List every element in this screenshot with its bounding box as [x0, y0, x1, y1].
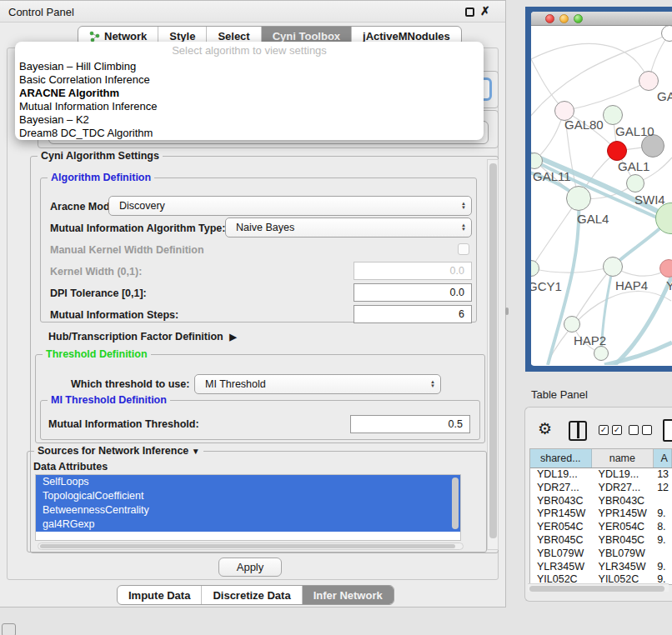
table-row[interactable]: YBR043CYBR043C: [530, 495, 672, 508]
minimized-panel-icon[interactable]: [2, 623, 16, 635]
node-gal10[interactable]: [603, 105, 623, 125]
dropdown-item-dream8[interactable]: Dream8 DC_TDC Algorithm: [15, 127, 484, 140]
cell: YPR145W: [530, 508, 592, 521]
node-pink-top[interactable]: [639, 71, 659, 91]
zoom-traffic-light[interactable]: [574, 14, 583, 23]
mi-steps-field[interactable]: 6: [354, 305, 472, 323]
list-item-gal4rgexp[interactable]: gal4RGexp: [36, 518, 460, 532]
data-attributes-label: Data Attributes: [33, 461, 108, 472]
which-threshold-value: MI Threshold: [205, 378, 266, 390]
node-hap4[interactable]: [603, 257, 623, 277]
dropdown-item-aracne[interactable]: ARACNE Algorithm: [15, 87, 484, 100]
network-view-inner: GAL GAL80 GAL10 GAL1 GAL11 SWI4 GAL4 GCY…: [531, 12, 672, 366]
list-item-selfloops[interactable]: SelfLoops: [36, 475, 460, 489]
data-attributes-list[interactable]: SelfLoops TopologicalCoefficient Between…: [35, 474, 461, 541]
network-icon: [89, 31, 100, 42]
node-unlabeled-bottom[interactable]: [594, 346, 609, 361]
settings-scrollbar-thumb[interactable]: [489, 163, 497, 538]
unchecked-checkboxes-icon[interactable]: [629, 425, 652, 435]
column-header-partial[interactable]: A: [654, 449, 672, 468]
network-canvas[interactable]: GAL GAL80 GAL10 GAL1 GAL11 SWI4 GAL4 GCY…: [531, 26, 672, 365]
cell: 13: [654, 468, 672, 482]
node-gal4[interactable]: [566, 186, 591, 211]
tab-label: Impute Data: [128, 589, 190, 602]
list-scrollbar-thumb[interactable]: [452, 478, 459, 529]
tab-label: Style: [169, 30, 195, 42]
group-title: Algorithm Definition: [48, 172, 154, 183]
list-item-topologicalcoefficient[interactable]: TopologicalCoefficient: [36, 489, 460, 503]
dropdown-item-basic-correlation[interactable]: Basic Correlation Inference: [15, 73, 484, 87]
table-row[interactable]: YPR145WYPR145W9.: [530, 508, 672, 521]
float-window-icon[interactable]: [465, 8, 474, 17]
minimize-traffic-light[interactable]: [559, 14, 569, 23]
dpi-tolerance-field[interactable]: 0.0: [354, 283, 472, 302]
node-label-swi4: SWI4: [634, 192, 665, 207]
apply-button[interactable]: Apply: [218, 558, 282, 577]
node-salmon[interactable]: [659, 259, 672, 278]
node-attribute-table[interactable]: shared... name A YDL19...YDL19...13 YDR2…: [529, 448, 672, 585]
cell: 8.: [654, 521, 672, 534]
node-label-gal-cut: GAL: [657, 89, 672, 103]
mi-type-value: Naive Bayes: [236, 222, 294, 233]
split-columns-icon[interactable]: [569, 421, 587, 441]
tab-label: Select: [218, 30, 249, 42]
column-header-shared[interactable]: shared...: [530, 449, 592, 468]
node-label-hap4: HAP4: [615, 278, 648, 292]
dropdown-item-mutual-information[interactable]: Mutual Information Inference: [15, 100, 484, 113]
group-title: Cyni Algorithm Settings: [38, 150, 163, 162]
list-item-betweennesscentrality[interactable]: BetweennessCentrality: [36, 503, 460, 518]
document-icon[interactable]: [663, 419, 672, 442]
column-header-name[interactable]: name: [592, 449, 654, 468]
list-horizontal-scrollbar[interactable]: [38, 542, 464, 550]
control-panel-window: Control Panel ✗ Network Style Select Cyn…: [0, 0, 506, 608]
mi-threshold-label: Mutual Information Threshold:: [48, 418, 199, 430]
checked-checkboxes-icon[interactable]: ✓ ✓: [599, 425, 622, 435]
table-row[interactable]: YBR045CYBR045C9.: [530, 534, 672, 548]
tab-discretize-data[interactable]: Discretize Data: [201, 586, 301, 604]
settings-scrollbar[interactable]: [487, 159, 499, 550]
table-row[interactable]: YBL079WYBL079W: [530, 548, 672, 561]
cell: YPR145W: [592, 508, 654, 521]
hub-definition-toggle[interactable]: Hub/Transcription Factor Definition ▶: [48, 331, 233, 342]
network-window-titlebar[interactable]: [531, 12, 672, 26]
gear-icon[interactable]: ⚙: [538, 419, 552, 438]
mi-threshold-field[interactable]: 0.5: [350, 415, 470, 433]
close-icon[interactable]: ✗: [480, 4, 490, 18]
table-horizontal-scrollbar-thumb[interactable]: [529, 586, 664, 592]
node-red-selected[interactable]: [607, 141, 627, 161]
table-panel-title: Table Panel: [531, 388, 588, 401]
panel-divider-grip[interactable]: [505, 308, 509, 315]
table-row[interactable]: YDL19...YDL19...13: [530, 468, 672, 482]
tab-infer-network[interactable]: Infer Network: [302, 586, 394, 604]
mi-type-label: Mutual Information Algorithm Type:: [50, 222, 225, 234]
manual-kernel-checkbox[interactable]: [458, 243, 469, 255]
tab-impute-data[interactable]: Impute Data: [118, 586, 201, 604]
cell: YDL19...: [530, 468, 592, 482]
tab-label: Network: [104, 30, 147, 42]
dropdown-prompt: Select algorithm to view settings: [15, 44, 484, 60]
node-hap2[interactable]: [564, 316, 580, 332]
table-row[interactable]: YLR345WYLR345W9.: [530, 561, 672, 574]
cell: 9.: [654, 508, 672, 521]
cell: 9.: [654, 561, 672, 574]
dropdown-item-bayesian-hill-climbing[interactable]: Bayesian – Hill Climbing: [15, 60, 484, 73]
checkbox-checked-icon: ✓: [599, 425, 609, 435]
sources-title[interactable]: Sources for Network Inference ▼: [34, 445, 203, 457]
cell: [654, 495, 672, 508]
close-traffic-light[interactable]: [545, 14, 554, 23]
table-row[interactable]: YER054CYER054C8.: [530, 521, 672, 534]
which-threshold-combobox[interactable]: MI Threshold ▲▼: [194, 374, 441, 394]
aracne-mode-value: Discovery: [119, 200, 165, 212]
table-row[interactable]: YDR27...YDR27...12: [530, 482, 672, 495]
network-view-window: GAL GAL80 GAL10 GAL1 GAL11 SWI4 GAL4 GCY…: [525, 7, 672, 372]
node-gal1[interactable]: [626, 174, 644, 192]
kernel-width-field[interactable]: 0.0: [354, 262, 472, 280]
list-horizontal-scrollbar-thumb[interactable]: [40, 544, 455, 548]
dropdown-item-bayesian-k2[interactable]: Bayesian – K2: [15, 113, 484, 127]
tab-label: jActiveMNodules: [363, 30, 450, 42]
cell: 9.: [654, 534, 672, 548]
table-horizontal-scrollbar[interactable]: [528, 583, 669, 592]
sources-title-label: Sources for Network Inference: [38, 445, 188, 457]
aracne-mode-combobox[interactable]: Discovery ▲▼: [108, 196, 472, 216]
mi-type-combobox[interactable]: Naive Bayes ▲▼: [225, 218, 472, 238]
